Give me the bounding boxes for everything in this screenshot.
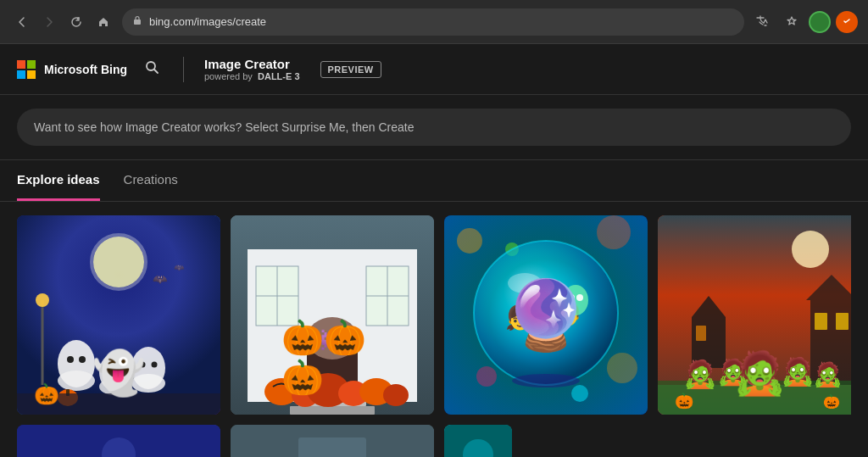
image-card-pumpkins[interactable]: 👾 (231, 215, 434, 415)
svg-point-48 (476, 366, 497, 387)
forward-button[interactable] (37, 10, 61, 34)
svg-point-49 (571, 385, 588, 402)
ms-logo-green (27, 60, 36, 69)
svg-text:🧟: 🧟 (781, 355, 815, 387)
svg-point-45 (457, 228, 482, 254)
bottom-images-row (17, 425, 851, 457)
tab-creations[interactable]: Creations (124, 160, 178, 201)
powered-by-label: powered by DALL-E 3 (204, 71, 300, 81)
svg-text:🎃: 🎃 (529, 310, 561, 341)
svg-point-53 (508, 273, 542, 293)
tabs-area: Explore ideas Creations (0, 160, 868, 202)
tab-explore-ideas[interactable]: Explore ideas (17, 160, 100, 201)
image-ghost-scene: 🦇 🦇 (17, 215, 220, 415)
preview-badge: PREVIEW (320, 61, 381, 78)
images-grid: 🦇 🦇 (17, 215, 851, 415)
bottom-image-3[interactable] (444, 425, 512, 457)
svg-text:🦇: 🦇 (174, 262, 185, 273)
svg-point-9 (58, 371, 95, 391)
svg-point-39 (338, 381, 369, 406)
browser-nav-buttons (10, 10, 115, 34)
image-creator-title: Image Creator (204, 57, 300, 71)
browser-chrome: bing.com/images/create (0, 0, 868, 44)
reload-button[interactable] (64, 10, 88, 34)
svg-rect-85 (298, 437, 366, 457)
profile-extension-icon[interactable] (809, 11, 831, 33)
bottom-image-2[interactable] (231, 425, 434, 457)
svg-rect-34 (290, 406, 375, 415)
dall-e-label: DALL-E 3 (258, 71, 300, 81)
svg-text:👦: 👦 (554, 300, 582, 327)
image-crystal-scene: 👧 🎃 👦 😺 (444, 215, 648, 415)
svg-point-11 (79, 356, 86, 363)
image-creator-info: Image Creator powered by DALL-E 3 (204, 57, 300, 81)
svg-point-12 (99, 354, 130, 391)
svg-point-7 (36, 293, 49, 307)
svg-line-2 (154, 70, 158, 73)
svg-point-42 (307, 317, 358, 359)
svg-text:🦇: 🦇 (153, 272, 168, 287)
header-divider (183, 57, 184, 82)
search-area: Want to see how Image Creator works? Sel… (0, 95, 868, 160)
svg-point-61 (512, 374, 580, 387)
ms-logo-red (17, 60, 25, 69)
brand-area: Microsoft Bing (17, 60, 127, 79)
url-text: bing.com/images/create (149, 15, 266, 28)
brand-name: Microsoft Bing (44, 63, 127, 76)
svg-point-17 (131, 374, 165, 393)
address-bar[interactable]: bing.com/images/create (122, 8, 744, 36)
svg-rect-22 (17, 393, 220, 415)
svg-point-41 (383, 384, 409, 406)
image-card-zombies[interactable]: 🧟 🧟 🧟 🧟 🧟 🎃 🎃 (658, 215, 851, 415)
home-button[interactable] (92, 10, 115, 34)
image-card-ghost[interactable]: 🦇 🦇 (17, 215, 220, 415)
svg-point-47 (607, 353, 637, 383)
image-zombies-scene: 🧟 🧟 🧟 🧟 🧟 🎃 🎃 (658, 215, 851, 415)
svg-point-14 (107, 366, 112, 371)
svg-point-19 (152, 362, 158, 368)
svg-text:🎃: 🎃 (823, 393, 840, 410)
back-button[interactable] (10, 10, 34, 34)
svg-rect-68 (696, 326, 706, 341)
image-card-crystal[interactable]: 👧 🎃 👦 😺 (444, 215, 648, 415)
svg-text:🧟: 🧟 (683, 358, 717, 390)
profile-avatar[interactable] (836, 11, 858, 33)
lock-icon (132, 15, 142, 28)
image-pumpkins-scene: 👾 (231, 215, 434, 415)
app-header: Microsoft Bing Image Creator powered by … (0, 44, 868, 95)
favorites-button[interactable] (780, 10, 804, 34)
svg-point-58 (563, 285, 588, 315)
svg-text:🎃: 🎃 (675, 392, 694, 410)
svg-rect-66 (815, 313, 827, 330)
svg-text:😺: 😺 (520, 288, 542, 309)
svg-point-46 (597, 215, 631, 249)
ms-logo-yellow (27, 70, 36, 79)
images-area: 🦇 🦇 (0, 202, 868, 457)
ms-logo-blue (17, 70, 25, 79)
svg-rect-67 (836, 313, 849, 330)
svg-point-4 (93, 237, 144, 287)
translate-button[interactable] (751, 10, 775, 34)
svg-point-36 (264, 378, 298, 405)
svg-point-13 (99, 378, 130, 395)
svg-text:🧟: 🧟 (749, 359, 779, 387)
header-search-button[interactable] (141, 56, 163, 82)
svg-text:👧: 👧 (505, 304, 535, 332)
svg-text:🧟: 🧟 (813, 360, 843, 388)
svg-point-15 (117, 366, 122, 371)
svg-point-69 (792, 231, 829, 268)
svg-point-10 (67, 356, 74, 363)
svg-text:🧟: 🧟 (717, 357, 749, 387)
svg-text:👾: 👾 (315, 327, 341, 352)
search-box[interactable]: Want to see how Image Creator works? Sel… (17, 109, 851, 146)
bottom-image-1[interactable] (17, 425, 220, 457)
svg-point-60 (576, 294, 583, 301)
svg-rect-0 (134, 20, 141, 25)
browser-actions (751, 10, 858, 34)
svg-point-59 (568, 294, 575, 301)
svg-point-37 (292, 383, 319, 407)
svg-point-18 (140, 362, 146, 368)
microsoft-logo (17, 60, 36, 79)
search-placeholder: Want to see how Image Creator works? Sel… (34, 120, 414, 134)
